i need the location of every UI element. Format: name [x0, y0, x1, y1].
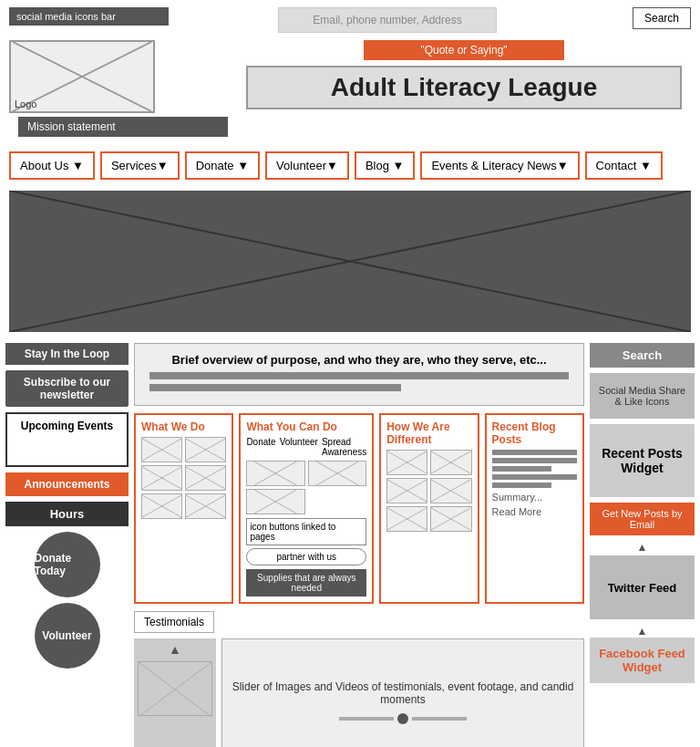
- how-different-title: How We Are Different: [386, 420, 471, 446]
- nav-contact[interactable]: Contact ▼: [585, 151, 663, 180]
- logo-label: Logo: [15, 99, 36, 109]
- upcoming-events: Upcoming Events: [5, 412, 129, 467]
- right-sidebar: Search Social Media Share & Like Icons R…: [590, 343, 695, 747]
- left-sidebar: Stay In the Loop Subscribe to our newsle…: [5, 343, 129, 747]
- donate-volunteer-labels: Donate Volunteer Spread Awareness: [246, 437, 366, 457]
- testimonials-section: Testimonials ▲ ▼: [134, 611, 584, 747]
- donate-label: Donate: [246, 437, 275, 457]
- nav-donate[interactable]: Donate ▼: [185, 151, 260, 180]
- site-title: Adult Literacy League: [246, 66, 682, 109]
- recent-line: [492, 474, 577, 480]
- what-we-do-title: What We Do: [141, 420, 226, 433]
- grid-cell: [386, 478, 427, 503]
- mission-statement: Mission statement: [18, 117, 228, 137]
- what-we-do-grid: [141, 437, 226, 519]
- overview-title: Brief overview of purpose, and who they …: [149, 353, 569, 367]
- testimonial-thumb: ▲ ▼: [134, 638, 216, 747]
- grid-cell: [246, 461, 304, 486]
- donate-circle-button[interactable]: Donate Today: [35, 532, 100, 597]
- get-posts-button[interactable]: Get New Posts by Email: [590, 503, 695, 535]
- announcements-button[interactable]: Announcements: [5, 472, 129, 496]
- icon-buttons-label: icon buttons linked to pages: [246, 518, 366, 545]
- nav-bar: About Us ▼ Services▼ Donate ▼ Volunteer▼…: [0, 144, 700, 187]
- grid-cell: [430, 506, 471, 532]
- social-bar: social media icons bar: [9, 7, 169, 26]
- grid-cell: [141, 437, 182, 462]
- slider-dots: [339, 713, 467, 724]
- slider-line: [412, 717, 467, 721]
- svg-line-1: [13, 42, 151, 111]
- how-different-block: How We Are Different: [379, 413, 479, 604]
- facebook-feed-widget[interactable]: Facebook Feed Widget: [590, 638, 695, 683]
- recent-posts-widget: Recent Posts Widget: [590, 424, 695, 497]
- supplies-button[interactable]: Supplies that are always needed: [246, 569, 366, 597]
- recent-blog-title: Recent Blog Posts: [492, 420, 577, 446]
- grid-cell: [308, 461, 366, 486]
- arrow-up-icon: ▲: [590, 541, 695, 554]
- volunteer-label: Volunteer: [280, 437, 318, 457]
- grid-cell: [185, 465, 226, 491]
- nav-events[interactable]: Events & Literacy News▼: [420, 151, 579, 180]
- what-you-can-do-block: What You Can Do Donate Volunteer Spread …: [239, 413, 374, 604]
- quote-box: "Quote or Saying": [364, 40, 564, 60]
- grid-cell: [141, 465, 182, 491]
- grid-cell: [430, 478, 471, 503]
- subscribe-box[interactable]: Subscribe to our newsletter: [5, 370, 129, 407]
- contact-info: Email, phone number, Address: [278, 7, 497, 33]
- volunteer-circle-button[interactable]: Volunteer: [35, 603, 100, 669]
- what-you-grid: [246, 461, 366, 514]
- overview-line-2: [149, 384, 401, 391]
- thumb-arrow-up[interactable]: ▲: [169, 642, 181, 658]
- grid-cell: [141, 493, 182, 519]
- hero-image: [9, 191, 691, 332]
- logo: Logo: [9, 40, 155, 113]
- testimonial-slider: Slider of Images and Videos of testimoni…: [221, 638, 584, 747]
- slider-text: Slider of Images and Videos of testimoni…: [232, 680, 574, 706]
- how-different-grid: [386, 450, 471, 532]
- grid-cell: [185, 493, 226, 519]
- thumb-controls: ▲ ▼: [134, 638, 216, 747]
- grid-cell: [386, 450, 427, 475]
- nav-volunteer[interactable]: Volunteer▼: [265, 151, 349, 180]
- nav-blog[interactable]: Blog ▼: [355, 151, 416, 180]
- spread-label: Spread Awareness: [322, 437, 366, 457]
- read-more-link[interactable]: Read More: [492, 506, 577, 517]
- arrow-down-icon: ▲: [590, 625, 695, 638]
- stay-in-loop-label: Stay In the Loop: [5, 343, 129, 365]
- nav-services[interactable]: Services▼: [100, 151, 180, 180]
- social-share-box: Social Media Share & Like Icons: [590, 373, 695, 419]
- testimonials-label: Testimonials: [134, 611, 214, 633]
- grid-cell: [185, 437, 226, 462]
- partner-button[interactable]: partner with us: [246, 548, 366, 565]
- content-blocks: What We Do What You Can Do Donate Volunt…: [134, 413, 584, 604]
- slider-dot[interactable]: [397, 713, 408, 724]
- testimonials-area: ▲ ▼ Slider of Images and Videos of testi…: [134, 638, 584, 747]
- twitter-feed-box: Twitter Feed: [590, 555, 695, 619]
- recent-blog-block: Recent Blog Posts Summary... Read More: [485, 413, 584, 604]
- recent-line: [492, 466, 551, 472]
- slider-line: [339, 717, 394, 721]
- grid-cell: [430, 450, 471, 475]
- sidebar-search-button[interactable]: Search: [590, 343, 695, 368]
- overview-box: Brief overview of purpose, and who they …: [134, 343, 584, 406]
- recent-line: [492, 450, 577, 455]
- what-we-do-block: What We Do: [134, 413, 233, 604]
- hours-button[interactable]: Hours: [5, 502, 129, 526]
- grid-cell: [246, 489, 304, 514]
- grid-cell: [386, 506, 427, 532]
- summary-text: Summary...: [492, 492, 577, 503]
- what-you-can-do-title: What You Can Do: [246, 420, 366, 433]
- overview-line-1: [149, 372, 569, 379]
- center-content: Brief overview of purpose, and who they …: [129, 343, 590, 747]
- nav-about[interactable]: About Us ▼: [9, 151, 95, 180]
- search-button-top[interactable]: Search: [633, 7, 691, 29]
- recent-line: [492, 458, 577, 463]
- recent-line: [492, 482, 551, 488]
- svg-line-0: [13, 42, 151, 111]
